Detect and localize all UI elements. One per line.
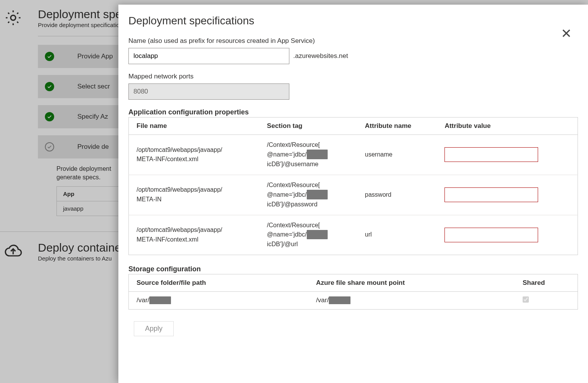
shared-checkbox	[523, 296, 529, 303]
modal-title: Deployment specifications	[128, 15, 578, 27]
storage-config-table: Source folder/file path Azure file share…	[128, 274, 578, 310]
config-row: /opt/tomcat9/webapps/javaapp/META-IN /Co…	[129, 175, 578, 215]
apply-button[interactable]: Apply	[134, 321, 174, 336]
col-section: Section tag	[259, 117, 357, 135]
storage-config-header: Storage configuration	[128, 265, 578, 273]
name-label: Name (also used as prefix for resources …	[128, 37, 578, 45]
app-config-header: Application configuration properties	[128, 108, 578, 116]
domain-suffix: .azurewebsites.net	[293, 52, 348, 60]
col-source-path: Source folder/file path	[129, 274, 308, 292]
close-button[interactable]	[559, 26, 574, 41]
deployment-specs-modal: Deployment specifications Name (also use…	[118, 5, 588, 383]
storage-row: /var/xxx /var/xxx	[129, 292, 578, 310]
name-input[interactable]	[128, 48, 289, 64]
col-mount-point: Azure file share mount point	[308, 274, 515, 292]
col-file: File name	[129, 117, 260, 135]
config-row: /opt/tomcat9/webapps/javaapp/META-INF/co…	[129, 215, 578, 255]
col-shared: Shared	[515, 274, 578, 292]
attribute-value-input[interactable]	[444, 187, 538, 202]
config-row: /opt/tomcat9/webapps/javaapp/META-INF/co…	[129, 135, 578, 175]
app-config-table: File name Section tag Attribute name Att…	[128, 117, 578, 255]
attribute-value-input[interactable]	[444, 147, 538, 162]
attribute-value-input[interactable]	[444, 228, 538, 242]
col-attr-name: Attribute name	[357, 117, 437, 135]
col-attr-value: Attribute value	[437, 117, 578, 135]
ports-input	[128, 83, 289, 100]
ports-label: Mapped network ports	[128, 73, 578, 80]
